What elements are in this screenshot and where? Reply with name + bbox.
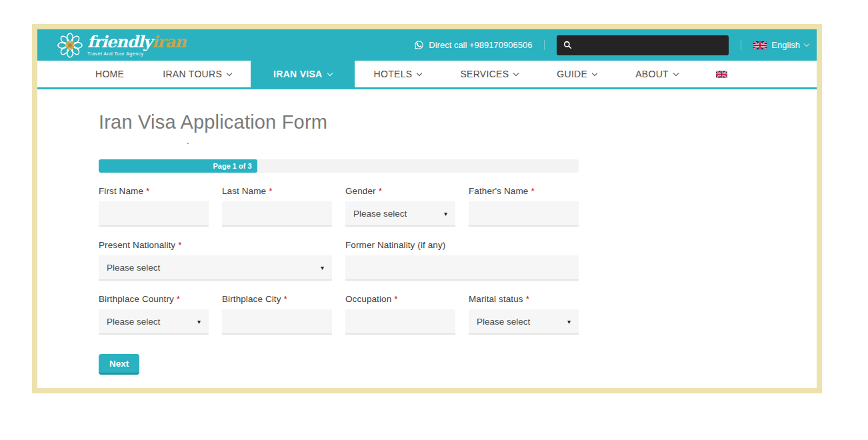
marital-status-label: Marital status* <box>469 294 579 304</box>
required-asterisk: * <box>269 186 272 196</box>
first-name-label: First Name* <box>99 186 209 196</box>
birthplace-city-field: Birthplace City* <box>222 294 332 335</box>
required-asterisk: * <box>531 186 534 196</box>
first-name-input[interactable] <box>99 201 209 227</box>
logo-flower-icon <box>57 33 83 58</box>
chevron-down-icon <box>417 70 422 75</box>
language-selector[interactable]: English <box>741 40 809 50</box>
select-arrow-icon: ▾ <box>321 264 324 271</box>
title-dot: . <box>187 139 817 143</box>
former-natinality-if-any-label: Former Natinality (if any) <box>345 240 579 250</box>
visa-application-form: First Name*Last Name*Gender*Please selec… <box>99 186 579 335</box>
content: Iran Visa Application Form . Page 1 of 3… <box>37 111 817 375</box>
nav-item-label: SERVICES <box>460 69 509 79</box>
father-s-name-field: Father's Name* <box>469 186 579 227</box>
required-asterisk: * <box>379 186 382 196</box>
nav-item-label: HOTELS <box>374 69 413 79</box>
present-nationality-label: Present Nationality* <box>99 240 332 250</box>
progress-fill: Page 1 of 3 <box>99 159 257 173</box>
site-frame: friendlyiran Travel And Tour Agency Dire… <box>32 24 822 393</box>
last-name-field: Last Name* <box>222 186 332 227</box>
required-asterisk: * <box>177 294 180 304</box>
nav-uk-flag[interactable] <box>716 61 727 87</box>
father-s-name-label: Father's Name* <box>469 186 579 196</box>
nav-item-hotels[interactable]: HOTELS <box>355 61 441 87</box>
search-input[interactable] <box>577 40 722 50</box>
chevron-down-icon <box>327 70 332 75</box>
occupation-label: Occupation* <box>345 294 455 304</box>
direct-call-text: Direct call +989170906506 <box>429 40 532 50</box>
nav-item-label: IRAN VISA <box>273 69 323 79</box>
last-name-input[interactable] <box>222 201 332 227</box>
nav-item-guide[interactable]: GUIDE <box>537 61 616 87</box>
required-asterisk: * <box>284 294 287 304</box>
occupation-field: Occupation* <box>345 294 455 335</box>
logo[interactable]: friendlyiran Travel And Tour Agency <box>57 33 185 58</box>
required-asterisk: * <box>526 294 529 304</box>
nav-item-label: ABOUT <box>635 69 669 79</box>
former-natinality-if-any-field: Former Natinality (if any) <box>345 240 579 281</box>
former-natinality-if-any-input[interactable] <box>345 255 579 281</box>
whatsapp-icon <box>414 40 424 50</box>
gender-select[interactable]: Please select▾ <box>345 201 455 227</box>
present-nationality-field: Present Nationality*Please select▾ <box>99 240 332 281</box>
marital-status-field: Marital status*Please select▾ <box>469 294 579 335</box>
birthplace-country-select[interactable]: Please select▾ <box>99 309 209 335</box>
nav-item-iran-visa[interactable]: IRAN VISA <box>251 61 355 87</box>
nav-item-iran-tours[interactable]: IRAN TOURS <box>143 61 251 87</box>
page-title: Iran Visa Application Form <box>99 111 817 133</box>
main-nav: HOMEIRAN TOURSIRAN VISAHOTELSSERVICESGUI… <box>37 61 817 89</box>
gender-field: Gender*Please select▾ <box>345 186 455 227</box>
nav-item-label: HOME <box>95 69 124 79</box>
select-arrow-icon: ▾ <box>444 210 447 217</box>
required-asterisk: * <box>178 240 181 250</box>
last-name-label: Last Name* <box>222 186 332 196</box>
select-arrow-icon: ▾ <box>197 318 201 325</box>
uk-flag-icon <box>753 41 767 49</box>
header: friendlyiran Travel And Tour Agency Dire… <box>37 29 817 61</box>
chevron-down-icon <box>227 70 232 75</box>
required-asterisk: * <box>394 294 397 304</box>
birthplace-country-label: Birthplace Country* <box>99 294 209 304</box>
gender-label: Gender* <box>345 186 455 196</box>
chevron-down-icon <box>673 70 679 75</box>
first-name-field: First Name* <box>99 186 209 227</box>
present-nationality-select[interactable]: Please select▾ <box>99 255 332 281</box>
nav-item-label: IRAN TOURS <box>163 69 222 79</box>
chevron-down-icon <box>804 41 809 47</box>
nav-item-home[interactable]: HOME <box>76 61 143 87</box>
brand-name: friendlyiran <box>87 34 185 50</box>
select-arrow-icon: ▾ <box>567 318 571 325</box>
father-s-name-input[interactable] <box>469 201 579 227</box>
nav-item-label: GUIDE <box>557 69 587 79</box>
birthplace-city-label: Birthplace City* <box>222 294 332 304</box>
nav-item-services[interactable]: SERVICES <box>441 61 537 87</box>
chevron-down-icon <box>592 70 597 75</box>
direct-call-link[interactable]: Direct call +989170906506 <box>414 40 545 50</box>
uk-flag-icon <box>716 71 727 78</box>
progress-label: Page 1 of 3 <box>213 162 252 170</box>
required-asterisk: * <box>146 186 149 196</box>
next-button[interactable]: Next <box>99 354 139 375</box>
search-box[interactable] <box>557 35 729 55</box>
chevron-down-icon <box>513 70 519 75</box>
birthplace-city-input[interactable] <box>222 309 332 335</box>
progress-bar: Page 1 of 3 <box>99 159 579 173</box>
search-icon <box>563 41 572 49</box>
occupation-input[interactable] <box>345 309 455 335</box>
language-label: English <box>771 40 800 50</box>
brand-tagline: Travel And Tour Agency <box>87 51 185 56</box>
nav-item-about[interactable]: ABOUT <box>616 61 697 87</box>
marital-status-select[interactable]: Please select▾ <box>469 309 579 335</box>
birthplace-country-field: Birthplace Country*Please select▾ <box>99 294 209 335</box>
